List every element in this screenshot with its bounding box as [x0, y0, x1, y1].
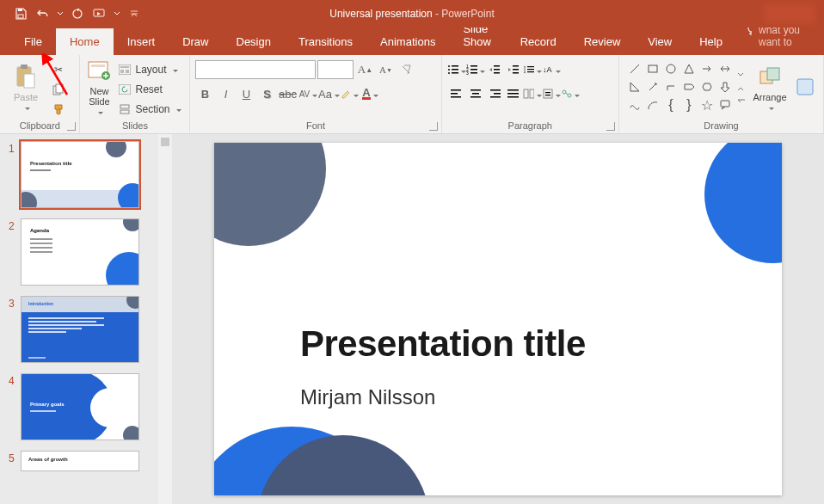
bold-button[interactable]: B	[195, 84, 214, 103]
font-family-combo[interactable]	[195, 60, 316, 79]
shape-rbrace-icon[interactable]: }	[680, 96, 698, 114]
account-area[interactable]	[764, 4, 815, 23]
italic-button[interactable]: I	[216, 84, 235, 103]
slide-subtitle[interactable]: Mirjam Nilsson	[300, 385, 435, 409]
copy-button[interactable]	[48, 80, 69, 98]
tab-home[interactable]: Home	[56, 28, 114, 55]
shape-arrow-icon[interactable]	[698, 60, 716, 77]
shape-tri2-icon[interactable]	[626, 78, 643, 95]
svg-rect-50	[490, 96, 501, 98]
underline-button[interactable]: U	[237, 84, 255, 103]
justify-button[interactable]	[504, 84, 523, 103]
thumbnail-pane[interactable]: 1 Presentation title 2 Agenda 3 Introduc…	[0, 134, 172, 504]
shape-arc-icon[interactable]	[644, 96, 661, 114]
decrease-indent-button[interactable]	[485, 60, 504, 79]
shape-triangle-icon[interactable]	[680, 60, 698, 77]
shape-curve-icon[interactable]	[626, 96, 643, 114]
shape-lbrace-icon[interactable]: {	[662, 96, 679, 114]
tab-transitions[interactable]: Transitions	[285, 28, 366, 55]
tab-review[interactable]: Review	[570, 28, 635, 55]
columns-button[interactable]	[523, 84, 542, 103]
shadow-button[interactable]: S	[257, 84, 276, 103]
thumb-preview[interactable]: Areas of growth	[21, 451, 139, 471]
font-color-button[interactable]: A	[360, 84, 379, 103]
tab-view[interactable]: View	[634, 28, 686, 55]
thumb-preview[interactable]: Presentation title	[21, 141, 139, 208]
shape-down-arrow-icon[interactable]	[716, 78, 734, 95]
bullets-button[interactable]	[447, 60, 466, 79]
tab-insert[interactable]: Insert	[114, 28, 169, 55]
strikethrough-button[interactable]: abc	[278, 84, 297, 103]
numbering-button[interactable]: 123	[466, 60, 485, 79]
arrange-button[interactable]: Arrange	[749, 58, 790, 117]
thumb-4[interactable]: 4 Primary goals	[0, 366, 172, 444]
shape-circle-icon[interactable]	[662, 60, 679, 77]
text-direction-button[interactable]: ↓A	[542, 60, 561, 79]
save-icon[interactable]	[10, 3, 31, 24]
cut-button[interactable]: ✂	[48, 60, 69, 78]
format-painter-button[interactable]	[48, 100, 69, 118]
tab-draw[interactable]: Draw	[169, 28, 222, 55]
thumb-preview[interactable]: Introduction	[21, 296, 139, 363]
line-spacing-button[interactable]	[523, 60, 542, 79]
shape-rect-icon[interactable]	[644, 60, 661, 77]
dialog-launcher-icon[interactable]	[67, 122, 76, 131]
present-icon[interactable]	[89, 3, 110, 24]
thumbnail-scrollbar[interactable]	[158, 134, 172, 504]
align-text-button[interactable]	[542, 84, 561, 103]
paste-button[interactable]: Paste	[5, 58, 46, 117]
dialog-launcher-icon[interactable]	[429, 122, 438, 131]
tab-record[interactable]: Record	[507, 28, 570, 55]
character-spacing-button[interactable]: AV	[298, 84, 317, 103]
undo-icon[interactable]	[33, 3, 53, 24]
shape-elbow-icon[interactable]	[662, 78, 679, 95]
chevron-down-icon	[310, 88, 317, 101]
svg-point-59	[563, 90, 566, 94]
increase-font-button[interactable]: A▲	[355, 60, 374, 79]
redo-icon[interactable]	[67, 3, 88, 24]
quick-styles-button[interactable]	[792, 58, 818, 117]
decrease-font-button[interactable]: A▼	[376, 60, 395, 79]
shapes-gallery[interactable]: { } ☆	[624, 58, 735, 115]
clear-formatting-button[interactable]	[397, 60, 415, 79]
thumb-preview[interactable]: Agenda	[21, 218, 139, 286]
svg-rect-7	[24, 74, 34, 88]
undo-dropdown-icon[interactable]	[55, 3, 65, 24]
thumb-5[interactable]: 5 Areas of growth	[0, 444, 172, 475]
align-left-button[interactable]	[447, 84, 466, 103]
thumb-3[interactable]: 3 Introduction	[0, 289, 172, 366]
change-case-button[interactable]: Aa	[319, 84, 338, 103]
font-size-combo[interactable]	[317, 60, 354, 79]
increase-indent-button[interactable]	[504, 60, 523, 79]
reset-button[interactable]: Reset	[114, 80, 184, 98]
svg-rect-9	[56, 84, 63, 93]
align-center-button[interactable]	[466, 84, 485, 103]
new-slide-button[interactable]: New Slide	[85, 58, 113, 117]
svg-rect-43	[451, 93, 458, 95]
tab-file[interactable]: File	[10, 28, 56, 55]
shape-callout-icon[interactable]	[716, 96, 734, 114]
present-dropdown-icon[interactable]	[112, 3, 122, 24]
thumb-2[interactable]: 2 Agenda	[0, 212, 172, 289]
align-right-button[interactable]	[485, 84, 504, 103]
shape-pentagon-icon[interactable]	[680, 78, 698, 95]
shape-double-arrow-icon[interactable]	[716, 60, 734, 77]
shape-hex-icon[interactable]	[698, 78, 716, 95]
dialog-launcher-icon[interactable]	[606, 122, 615, 131]
thumb-1[interactable]: 1 Presentation title	[0, 134, 172, 212]
qat-customize-icon[interactable]	[124, 3, 145, 24]
slide[interactable]: Presentation title Mirjam Nilsson	[214, 143, 782, 495]
section-button[interactable]: Section	[114, 100, 184, 118]
smartart-button[interactable]	[561, 84, 580, 103]
thumb-preview[interactable]: Primary goals	[21, 373, 139, 440]
shape-line-icon[interactable]	[626, 60, 643, 77]
tab-design[interactable]: Design	[223, 28, 285, 55]
layout-button[interactable]: Layout	[114, 60, 184, 78]
highlight-button[interactable]	[340, 84, 359, 103]
slide-title[interactable]: Presentation title	[300, 323, 586, 365]
tab-help[interactable]: Help	[686, 28, 736, 55]
tab-animations[interactable]: Animations	[366, 28, 449, 55]
shape-connector-icon[interactable]	[644, 78, 661, 95]
shape-star-icon[interactable]: ☆	[698, 96, 716, 114]
slide-canvas-area[interactable]: Presentation title Mirjam Nilsson	[172, 134, 824, 504]
